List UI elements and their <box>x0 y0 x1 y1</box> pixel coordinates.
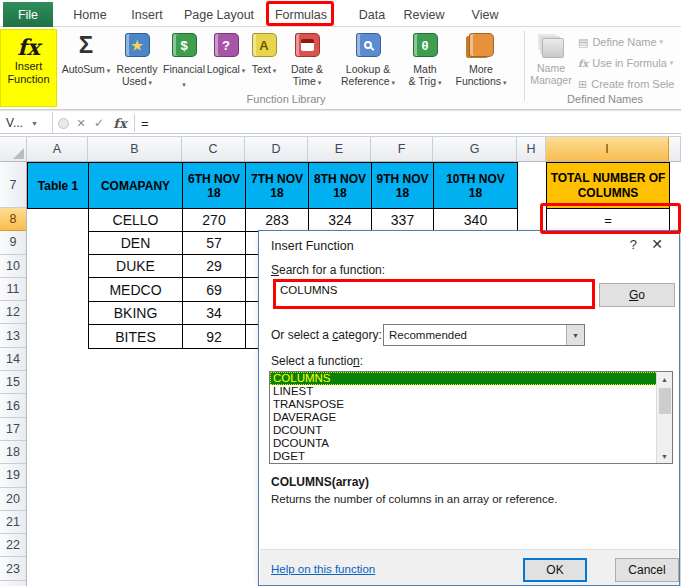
row-header-22[interactable]: 22 <box>0 534 26 557</box>
cell-b9-company[interactable]: DEN <box>88 231 183 255</box>
row-header-14[interactable]: 14 <box>0 348 26 371</box>
row-header-17[interactable]: 17 <box>0 418 26 441</box>
row-header-11[interactable]: 11 <box>0 278 26 301</box>
cell-b12-company[interactable]: BKING <box>88 301 183 325</box>
cell-f7-date-header[interactable]: 9TH NOV 18 <box>371 162 434 209</box>
cell-i7-total-header[interactable]: TOTAL NUMBER OF COLUMNS <box>546 162 670 209</box>
function-item-columns-selected[interactable]: COLUMNS <box>270 372 672 385</box>
tab-data[interactable]: Data <box>355 5 389 25</box>
row-header-18[interactable]: 18 <box>0 441 26 464</box>
tab-insert[interactable]: Insert <box>127 5 167 25</box>
scroll-down-icon[interactable]: ▼ <box>657 449 672 463</box>
function-item-linest[interactable]: LINEST <box>270 385 672 398</box>
cell-b7-company-header[interactable]: COMAPANY <box>88 162 183 209</box>
name-box-dropdown-icon[interactable]: ▼ <box>31 120 38 127</box>
cell-d7-date-header[interactable]: 7TH NOV 18 <box>245 162 309 209</box>
cell-c9-value[interactable]: 57 <box>182 231 246 255</box>
row-header-10[interactable]: 10 <box>0 255 26 278</box>
cell-e7-date-header[interactable]: 8TH NOV 18 <box>308 162 372 209</box>
column-header-g[interactable]: G <box>433 137 517 161</box>
use-in-formula-button[interactable]: fx Use in Formula▾ <box>578 54 673 72</box>
cancel-button[interactable]: Cancel <box>615 558 679 582</box>
cell-d8-value[interactable]: 283 <box>245 208 309 232</box>
recently-used-button[interactable]: ★ Recently Used <box>112 30 162 100</box>
listbox-scrollbar[interactable]: ▲ ▼ <box>656 372 672 463</box>
category-dropdown[interactable]: Recommended ▾ <box>383 324 585 346</box>
scrollbar-thumb[interactable] <box>659 388 671 414</box>
function-item-transpose[interactable]: TRANSPOSE <box>270 398 672 411</box>
row-header-21[interactable]: 21 <box>0 511 26 534</box>
column-header-e[interactable]: E <box>308 137 371 161</box>
combo-arrow-icon[interactable]: ▾ <box>566 325 584 345</box>
cell-c12-value[interactable]: 34 <box>182 301 246 325</box>
tab-formulas[interactable]: Formulas <box>274 5 328 25</box>
ok-button[interactable]: OK <box>523 558 587 582</box>
cell-e8-value[interactable]: 324 <box>308 208 372 232</box>
name-manager-button[interactable]: Name Manager <box>529 32 573 102</box>
row-header-16[interactable]: 16 <box>0 394 26 417</box>
row-header-20[interactable]: 20 <box>0 488 26 511</box>
lookup-reference-button[interactable]: Lookup & Reference <box>334 30 402 100</box>
tab-page-layout[interactable]: Page Layout <box>183 5 255 25</box>
cell-c7-date-header[interactable]: 6TH NOV 18 <box>182 162 246 209</box>
row-header-7[interactable]: 7 <box>0 162 26 208</box>
select-all-corner[interactable] <box>0 137 27 161</box>
go-button[interactable]: Go <box>599 283 675 307</box>
insert-function-button[interactable]: fx Insert Function <box>0 29 57 107</box>
autosum-button[interactable]: Σ AutoSum <box>60 30 112 100</box>
function-item-daverage[interactable]: DAVERAGE <box>270 411 672 424</box>
column-header-d[interactable]: D <box>245 137 308 161</box>
column-header-i-selected[interactable]: I <box>546 137 669 161</box>
column-header-a[interactable]: A <box>27 137 88 161</box>
financial-button[interactable]: $ Financial <box>162 30 206 100</box>
column-header-h[interactable]: H <box>517 137 546 161</box>
row-header-24[interactable]: 24 <box>0 581 26 586</box>
logical-button[interactable]: ? Logical <box>206 30 246 100</box>
row-header-8-selected[interactable]: 8 <box>0 208 26 231</box>
function-item-dget[interactable]: DGET <box>270 450 672 463</box>
row-header-19[interactable]: 19 <box>0 464 26 487</box>
close-icon[interactable]: ✕ <box>651 236 663 252</box>
scroll-up-icon[interactable]: ▲ <box>657 372 672 386</box>
cell-a7-table-label[interactable]: Table 1 <box>27 162 89 209</box>
cell-c13-value[interactable]: 92 <box>182 324 246 349</box>
row-header-9[interactable]: 9 <box>0 231 26 254</box>
cell-b13-company[interactable]: BITES <box>88 324 183 349</box>
define-name-button[interactable]: ▤ Define Name▾ <box>578 33 663 51</box>
insert-function-fx-icon[interactable]: fx <box>110 112 130 134</box>
create-from-selection-button[interactable]: ⊞ Create from Sele <box>578 75 681 93</box>
cell-g7-date-header[interactable]: 10TH NOV 18 <box>433 162 518 209</box>
more-functions-button[interactable]: More Functions <box>450 30 512 100</box>
cell-c11-value[interactable]: 69 <box>182 277 246 302</box>
formula-input[interactable]: = <box>141 112 149 134</box>
column-header-b[interactable]: B <box>88 137 182 161</box>
row-header-13[interactable]: 13 <box>0 324 26 347</box>
cell-b8-company[interactable]: CELLO <box>88 208 183 232</box>
cell-c10-value[interactable]: 29 <box>182 254 246 278</box>
row-header-23[interactable]: 23 <box>0 557 26 580</box>
date-time-button[interactable]: Date & Time <box>284 30 330 100</box>
cell-b10-company[interactable]: DUKE <box>88 254 183 278</box>
help-on-function-link[interactable]: Help on this function <box>271 563 375 575</box>
math-trig-button[interactable]: θ Math & Trig <box>402 30 448 100</box>
text-button[interactable]: A Text <box>246 30 282 100</box>
enter-entry-icon[interactable]: ✓ <box>90 112 108 134</box>
function-item-dcount[interactable]: DCOUNT <box>270 424 672 437</box>
column-header-f[interactable]: F <box>371 137 433 161</box>
cell-f8-value[interactable]: 337 <box>371 208 434 232</box>
row-header-12[interactable]: 12 <box>0 301 26 324</box>
tab-review[interactable]: Review <box>402 5 446 25</box>
cancel-entry-icon[interactable]: ✕ <box>72 112 90 134</box>
tab-view[interactable]: View <box>468 5 502 25</box>
cell-c8-value[interactable]: 270 <box>182 208 246 232</box>
cell-i8-active-formula[interactable]: = <box>546 208 670 232</box>
tab-file[interactable]: File <box>3 2 53 27</box>
name-box[interactable]: V... ▼ <box>0 112 53 134</box>
row-header-15[interactable]: 15 <box>0 371 26 394</box>
tab-home[interactable]: Home <box>70 5 110 25</box>
cell-b11-company[interactable]: MEDCO <box>88 277 183 302</box>
search-function-input[interactable]: COLUMNS <box>276 282 592 306</box>
function-item-dcounta[interactable]: DCOUNTA <box>270 437 672 450</box>
dialog-help-icon[interactable]: ? <box>630 237 637 252</box>
cell-g8-value[interactable]: 340 <box>433 208 518 232</box>
